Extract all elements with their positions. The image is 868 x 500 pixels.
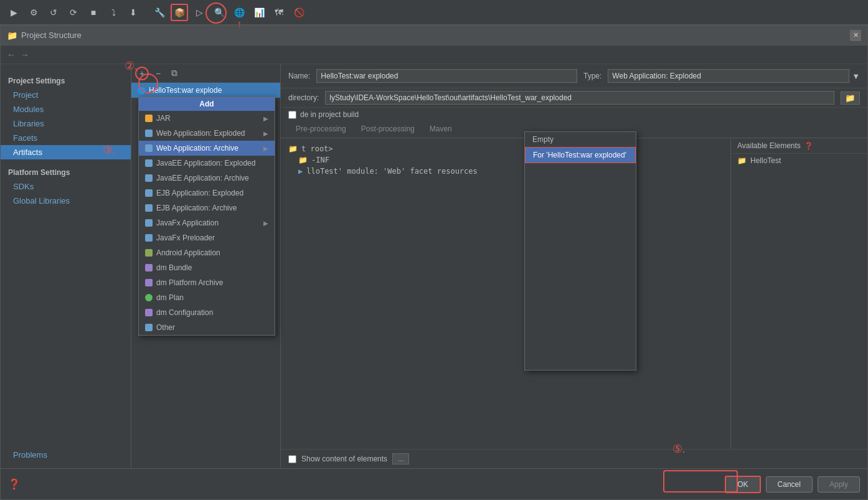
type-input[interactable] bbox=[608, 69, 849, 83]
artifact-item-hellotestwar[interactable]: 🌐 HelloTest:war explode bbox=[131, 83, 280, 98]
android-icon bbox=[145, 249, 153, 257]
dm-config-label: dm Configuration bbox=[156, 308, 213, 317]
add-menu-item-dm-platform[interactable]: dm Platform Archive bbox=[139, 275, 275, 290]
dm-config-icon bbox=[145, 309, 153, 316]
toolbar-btn-settings[interactable]: 🔧 bbox=[151, 4, 168, 21]
type-dropdown-arrow: ▼ bbox=[852, 72, 860, 81]
sidebar-item-modules[interactable]: Modules bbox=[1, 102, 131, 116]
close-button[interactable]: ✕ bbox=[850, 30, 861, 41]
add-menu-item-javaee-archive[interactable]: JavaEE Application: Archive bbox=[139, 171, 275, 186]
javaee-archive-icon bbox=[145, 174, 153, 182]
add-menu-item-javaee-exploded[interactable]: JavaEE Application: Exploded bbox=[139, 156, 275, 171]
dm-bundle-icon bbox=[145, 264, 153, 271]
dialog-title-text: 📁 Project Structure bbox=[7, 31, 82, 40]
dm-bundle-label: dm Bundle bbox=[156, 263, 192, 272]
submenu-item-for-hellotest[interactable]: For 'HelloTest:war exploded' bbox=[525, 147, 636, 163]
sidebar-item-artifacts[interactable]: Artifacts bbox=[1, 145, 131, 159]
toolbar-btn-search[interactable]: 🔍 bbox=[210, 4, 228, 21]
help-icon[interactable]: ❓ bbox=[8, 478, 21, 490]
add-menu-item-ejb-archive[interactable]: EJB Application: Archive bbox=[139, 200, 275, 215]
sidebar-item-global-libraries[interactable]: Global Libraries bbox=[1, 194, 131, 208]
add-menu-item-webapp-exploded[interactable]: Web Application: Exploded ▶ bbox=[139, 126, 275, 141]
available-item-icon: 📁 bbox=[737, 156, 747, 165]
nav-forward-button[interactable]: → bbox=[21, 50, 29, 60]
available-elements-panel: Available Elements ❓ 📁 HelloTest bbox=[730, 138, 867, 449]
toolbar-btn-run[interactable]: ▶ bbox=[5, 4, 22, 21]
add-menu-item-android[interactable]: Android Application bbox=[139, 245, 275, 260]
dialog-title-label: Project Structure bbox=[21, 31, 82, 40]
javafx-arrow: ▶ bbox=[263, 220, 268, 227]
available-item-label: HelloTest bbox=[750, 156, 781, 165]
add-dropdown-container: Add JAR ▶ Web Application: Exploded ▶ We… bbox=[138, 97, 387, 336]
sidebar-item-problems[interactable]: Problems bbox=[1, 448, 131, 462]
dialog-content: Project Settings Project Modules Librari… bbox=[1, 64, 867, 468]
apply-button[interactable]: Apply bbox=[818, 476, 860, 493]
remove-artifact-button[interactable]: − bbox=[151, 67, 165, 80]
annotation-step2: ②. bbox=[125, 64, 138, 73]
name-row: Name: Type: ▼ bbox=[281, 64, 867, 88]
add-menu-item-dm-plan[interactable]: dm Plan bbox=[139, 290, 275, 305]
add-menu-item-jar[interactable]: JAR ▶ bbox=[139, 111, 275, 126]
cancel-button[interactable]: Cancel bbox=[766, 476, 813, 493]
toolbar-btn-map[interactable]: 🗺 bbox=[270, 4, 288, 21]
directory-input[interactable] bbox=[325, 91, 834, 105]
toolbar-btn-stop[interactable]: ■ bbox=[85, 4, 102, 21]
dialog-bottom-bar: ❓ OK Cancel Apply bbox=[1, 468, 867, 499]
ejb-exploded-label: EJB Application: Exploded bbox=[156, 189, 243, 197]
dialog-titlebar: 📁 Project Structure ✕ bbox=[1, 26, 867, 45]
javaee-archive-label: JavaEE Application: Archive bbox=[156, 174, 249, 182]
main-window: ▶ ⚙ ↺ ⟳ ■ ⤵ ⬇ 🔧 📦 ▷ 🔍 🌐 📊 🗺 🚫 ↑ 📁 Projec… bbox=[0, 0, 868, 500]
javafx-icon bbox=[145, 219, 153, 227]
add-menu-item-javafx-preloader[interactable]: JavaFx Preloader bbox=[139, 230, 275, 245]
add-menu-item-ejb-exploded[interactable]: EJB Application: Exploded bbox=[139, 186, 275, 200]
sidebar-item-facets[interactable]: Facets bbox=[1, 131, 131, 145]
webapp-exploded-icon bbox=[145, 130, 153, 137]
webapp-archive-arrow: ▶ bbox=[263, 145, 268, 152]
directory-browse-button[interactable]: 📁 bbox=[841, 92, 860, 105]
toolbar-btn-project-structure[interactable]: 📦 bbox=[171, 4, 188, 21]
add-menu-item-dm-config[interactable]: dm Configuration bbox=[139, 305, 275, 320]
available-item-hellotest[interactable]: 📁 HelloTest bbox=[731, 154, 867, 167]
add-menu-item-webapp-archive[interactable]: Web Application: Archive ▶ bbox=[139, 141, 275, 156]
ok-button[interactable]: OK bbox=[725, 476, 760, 493]
project-settings-header: Project Settings bbox=[1, 74, 131, 88]
artifact-item-label: HelloTest:war explode bbox=[149, 86, 222, 95]
show-content-label: Show content of elements bbox=[301, 455, 387, 463]
sidebar-item-libraries[interactable]: Libraries bbox=[1, 116, 131, 131]
toolbar-btn-reload[interactable]: ⟳ bbox=[65, 4, 82, 21]
webapp-archive-icon bbox=[145, 144, 153, 152]
toolbar-btn-step-over[interactable]: ⤵ bbox=[105, 4, 122, 21]
toolbar-btn-run-config[interactable]: ▷ bbox=[191, 4, 208, 21]
javaee-exploded-label: JavaEE Application: Exploded bbox=[156, 159, 255, 167]
dialog-action-buttons: OK Cancel Apply bbox=[725, 476, 860, 493]
toolbar-btn-sync[interactable]: ↺ bbox=[45, 4, 62, 21]
add-menu-item-javafx[interactable]: JavaFx Application ▶ bbox=[139, 215, 275, 230]
show-content-row: Show content of elements ... bbox=[281, 449, 867, 468]
show-content-options-button[interactable]: ... bbox=[392, 453, 409, 465]
jar-icon bbox=[145, 115, 153, 122]
sidebar-item-project[interactable]: Project bbox=[1, 88, 131, 102]
toolbar-btn-android[interactable]: 🚫 bbox=[290, 4, 308, 21]
toolbar-btn-build[interactable]: ⚙ bbox=[25, 4, 42, 21]
artifact-toolbar: + − ⧉ ②. bbox=[131, 64, 280, 83]
sidebar-item-sdks[interactable]: SDKs bbox=[1, 179, 131, 194]
ejb-archive-icon bbox=[145, 204, 153, 212]
submenu-item-empty[interactable]: Empty bbox=[525, 132, 636, 147]
dm-plan-icon bbox=[145, 294, 153, 301]
tab-maven[interactable]: Maven bbox=[422, 121, 460, 138]
available-elements-help-icon[interactable]: ❓ bbox=[804, 142, 813, 150]
annotation-arrow-toolbar: ↑ bbox=[237, 19, 242, 30]
webapp-exploded-label: Web Application: Exploded bbox=[156, 129, 245, 138]
toolbar-btn-step-into[interactable]: ⬇ bbox=[125, 4, 142, 21]
other-label: Other bbox=[156, 323, 175, 332]
show-content-checkbox[interactable] bbox=[288, 455, 296, 463]
copy-artifact-button[interactable]: ⧉ bbox=[167, 67, 181, 80]
add-menu-item-dm-bundle[interactable]: dm Bundle bbox=[139, 260, 275, 275]
name-input[interactable] bbox=[316, 69, 577, 83]
add-menu-item-other[interactable]: Other bbox=[139, 320, 275, 335]
toolbar-btn-analyze[interactable]: 📊 bbox=[250, 4, 268, 21]
nav-back-button[interactable]: ← bbox=[7, 50, 16, 60]
jar-arrow: ▶ bbox=[263, 115, 268, 122]
javafx-label: JavaFx Application bbox=[156, 219, 219, 227]
type-dropdown[interactable]: ▼ bbox=[608, 69, 860, 83]
